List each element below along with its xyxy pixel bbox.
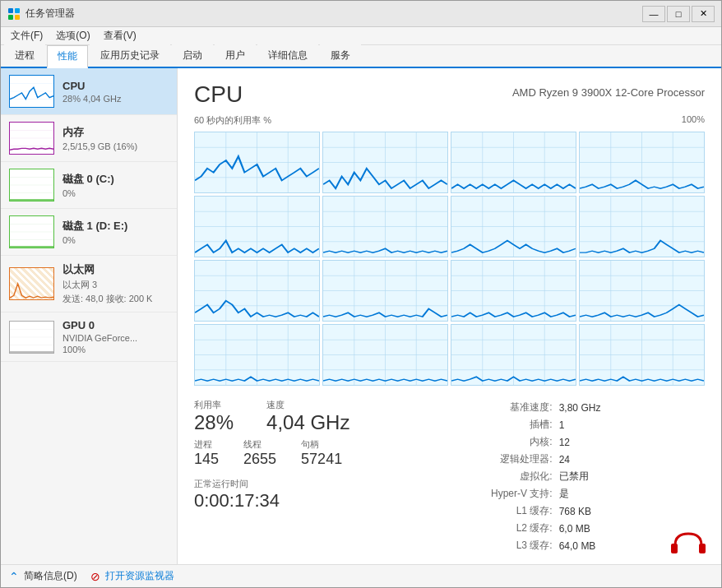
svg-rect-1 [15,8,20,13]
cpu-graph-14 [451,324,576,386]
cores-value: 12 [559,433,606,451]
info-row-logical: 逻辑处理器: 24 [491,451,605,468]
disk0-sidebar-title: 磁盘 0 (C:) [62,172,169,187]
tab-processes[interactable]: 进程 [4,44,45,67]
disk1-sidebar-title: 磁盘 1 (D: E:) [62,219,169,234]
cpu-sidebar-subtitle: 28% 4,04 GHz [62,94,169,104]
runtime-stat: 正常运行时间 0:00:17:34 [194,478,491,512]
menu-view[interactable]: 查看(V) [97,27,143,44]
virtualization-value: 已禁用 [559,468,606,485]
l1-value: 768 KB [559,502,606,520]
info-row-l2: L2 缓存: 6,0 MB [491,520,605,537]
info-row-cores: 内核: 12 [491,433,605,451]
tab-services[interactable]: 服务 [320,44,361,67]
info-row-l3: L3 缓存: 64,0 MB [491,537,605,554]
disk0-sidebar-graph [9,169,54,201]
left-stats: 利用率 28% 速度 4,04 GHz 进程 145 [194,399,491,554]
usage-label: 60 秒内的利用率 % [194,114,271,127]
monitor-label: 打开资源监视器 [105,569,174,583]
info-row-hyperv: Hyper-V 支持: 是 [491,485,605,502]
minimize-button[interactable]: — [642,6,665,22]
gpu-sidebar-title: GPU 0 [62,319,169,331]
gpu-sidebar-subtitle2: NVIDIA GeForce... [62,333,169,343]
status-bar: ⌃ 简略信息(D) ⊘ 打开资源监视器 [1,564,721,587]
cpu-sidebar-info: CPU 28% 4,04 GHz [62,80,169,104]
cpu-graph-6 [451,196,576,257]
mem-sidebar-graph [9,122,54,155]
main-content: CPU 28% 4,04 GHz 内存 2,5/1 [1,68,721,564]
chevron-up-icon: ⌃ [9,570,19,583]
info-row-l1: L1 缓存: 768 KB [491,502,605,520]
app-icon [7,7,21,21]
l2-value: 6,0 MB [559,520,606,537]
sockets-label: 插槽: [491,416,559,433]
close-button[interactable]: ✕ [692,6,715,22]
headphone-icon [669,529,708,555]
cpu-graph-5 [322,196,448,257]
threads-label: 线程 [243,438,276,451]
tab-users[interactable]: 用户 [215,44,256,67]
cpu-graph-9 [322,260,448,322]
disk1-sidebar-info: 磁盘 1 (D: E:) 0% [62,219,169,245]
sidebar-item-ethernet[interactable]: 以太网 以太网 3 发送: 48,0 接收: 200 K [1,256,177,313]
menu-options[interactable]: 选项(O) [49,27,96,44]
handles-value: 57241 [301,451,342,468]
tab-performance[interactable]: 性能 [47,45,88,68]
sidebar-item-disk1[interactable]: 磁盘 1 (D: E:) 0% [1,209,177,256]
cpu-graph-7 [579,196,705,257]
info-row-basespeed: 基准速度: 3,80 GHz [491,399,605,416]
cpu-sidebar-graph [9,75,54,108]
l3-label: L3 缓存: [491,537,559,554]
cpu-graph-11 [579,260,705,322]
cpu-graph-15 [579,324,705,386]
sidebar-item-gpu[interactable]: GPU 0 NVIDIA GeForce... 100% [1,313,177,362]
detail-processor: AMD Ryzen 9 3900X 12-Core Processor [512,86,705,99]
tab-startup[interactable]: 启动 [172,44,213,67]
cpu-graph-3 [579,132,705,193]
sidebar-item-disk0[interactable]: 磁盘 0 (C:) 0% [1,162,177,209]
mem-sidebar-info: 内存 2,5/15,9 GB (16%) [62,125,169,151]
primary-stats-row: 利用率 28% 速度 4,04 GHz [194,399,491,435]
cpu-graph-13 [322,324,448,386]
headphone-icon-area [669,529,708,558]
resource-monitor-button[interactable]: ⊘ 打开资源监视器 [90,569,174,583]
svg-rect-136 [671,544,678,553]
tab-app-history[interactable]: 应用历史记录 [90,44,170,67]
brief-info-label: 简略信息(D) [24,569,77,583]
info-table: 基准速度: 3,80 GHz 插槽: 1 内核: 12 逻辑处理器: [491,399,605,554]
cpu-graph-4 [194,196,320,257]
utilization-label: 利用率 [194,399,234,411]
sockets-value: 1 [559,416,606,433]
tab-bar: 进程 性能 应用历史记录 启动 用户 详细信息 服务 [1,45,721,68]
tab-details[interactable]: 详细信息 [257,44,318,67]
speed-stat: 速度 4,04 GHz [266,399,349,435]
menu-file[interactable]: 文件(F) [4,27,49,44]
logical-value: 24 [559,451,606,468]
processes-value: 145 [194,451,219,468]
sidebar-item-memory[interactable]: 内存 2,5/15,9 GB (16%) [1,115,177,162]
detail-panel: CPU AMD Ryzen 9 3900X 12-Core Processor … [178,68,721,564]
l3-value: 64,0 MB [559,537,606,554]
cpu-graph-0 [194,132,320,193]
sidebar-item-cpu[interactable]: CPU 28% 4,04 GHz [1,68,177,115]
brief-info-button[interactable]: ⌃ 简略信息(D) [9,569,77,583]
cpu-graph-2 [451,132,576,193]
handles-label: 句柄 [301,438,342,451]
task-manager-window: 任务管理器 — □ ✕ 文件(F) 选项(O) 查看(V) 进程 性能 应用历史… [0,0,722,588]
processes-stat: 进程 145 [194,438,219,468]
usage-label-right: 100% [682,114,705,130]
detail-title: CPU [194,81,243,108]
threads-value: 2655 [243,451,276,468]
disk0-sidebar-subtitle: 0% [62,188,169,198]
basespeed-value: 3,80 GHz [559,399,606,416]
hyperv-value: 是 [559,485,606,502]
window-title: 任务管理器 [25,7,75,21]
detail-title-block: CPU [194,81,243,108]
utilization-value: 28% [194,411,234,435]
threads-stat: 线程 2655 [243,438,276,468]
stats-area: 利用率 28% 速度 4,04 GHz 进程 145 [194,399,705,554]
disk1-sidebar-subtitle: 0% [62,235,169,245]
title-bar-left: 任务管理器 [7,7,75,21]
maximize-button[interactable]: □ [667,6,690,22]
l2-label: L2 缓存: [491,520,559,537]
